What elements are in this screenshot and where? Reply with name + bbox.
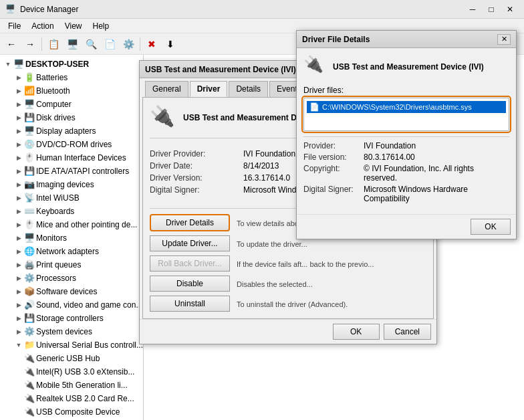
props-ok-button[interactable]: OK bbox=[333, 324, 380, 340]
computer-label: DESKTOP-USER bbox=[25, 60, 89, 69]
usb-toggle: ▼ bbox=[13, 340, 24, 350]
uninstall-button[interactable]: Uninstall bbox=[150, 296, 230, 312]
tree-intel-usb[interactable]: 🔌 Intel(R) USB 3.0 eXtensib... bbox=[0, 365, 143, 379]
tree-root[interactable]: ▼ 🖥️ DESKTOP-USER bbox=[0, 58, 143, 71]
hid-label: Human Interface Devices bbox=[36, 153, 126, 163]
tree-computer[interactable]: ▶ 🖥️ Computer bbox=[0, 98, 143, 111]
maximize-button[interactable]: □ bbox=[483, 3, 500, 16]
app-icon: 🖥️ bbox=[5, 4, 16, 15]
tree-usb-composite[interactable]: 🔌 USB Composite Device bbox=[0, 405, 143, 419]
rollback-desc: If the device fails aft... back to the p… bbox=[237, 260, 374, 268]
back-button[interactable]: ← bbox=[3, 35, 20, 53]
props-cancel-button[interactable]: Cancel bbox=[384, 324, 431, 340]
disable-button[interactable]: Disable bbox=[150, 276, 230, 292]
bluetooth-label: Bluetooth bbox=[36, 86, 70, 96]
usb-icon: 📁 bbox=[24, 340, 35, 350]
tab-details[interactable]: Details bbox=[229, 81, 268, 97]
menu-help[interactable]: Help bbox=[88, 20, 115, 32]
tree-dvd[interactable]: ▶ 💿 DVD/CD-ROM drives bbox=[0, 138, 143, 151]
fd-ok-button[interactable]: OK bbox=[471, 219, 511, 235]
download-button[interactable]: ⬇ bbox=[162, 35, 179, 53]
realtek-icon: 🔌 bbox=[24, 393, 35, 404]
fd-close-button[interactable]: ✕ bbox=[497, 34, 511, 45]
settings-button[interactable]: ⚙️ bbox=[120, 35, 137, 53]
forward-button[interactable]: → bbox=[21, 35, 39, 53]
tree-software[interactable]: ▶ 📦 Software devices bbox=[0, 285, 143, 298]
tree-mice[interactable]: ▶ 🖱️ Mice and other pointing de... bbox=[0, 218, 143, 231]
tab-driver[interactable]: Driver bbox=[190, 81, 228, 97]
tree-bluetooth[interactable]: ▶ 📶 Bluetooth bbox=[0, 84, 143, 98]
rollback-button[interactable]: Roll Back Driver... bbox=[150, 255, 230, 272]
fd-signer-value: Microsoft Windows Hardware Compatibility bbox=[364, 185, 509, 203]
print-toggle: ▶ bbox=[13, 259, 24, 270]
tree-hid[interactable]: ▶ 🖱️ Human Interface Devices bbox=[0, 151, 143, 165]
minimize-button[interactable]: ─ bbox=[464, 3, 481, 16]
tree-storage[interactable]: ▶ 💾 Storage controllers bbox=[0, 312, 143, 325]
tree-mobile[interactable]: 🔌 Mobile 5th Generation li... bbox=[0, 379, 143, 392]
tree-imaging[interactable]: ▶ 📷 Imaging devices bbox=[0, 178, 143, 191]
tree-disk[interactable]: ▶ 💾 Disk drives bbox=[0, 111, 143, 124]
window-controls: ─ □ ✕ bbox=[464, 3, 519, 16]
imaging-toggle: ▶ bbox=[13, 179, 24, 190]
close-button[interactable]: ✕ bbox=[501, 3, 519, 16]
tab-general[interactable]: General bbox=[145, 81, 188, 97]
properties-button[interactable]: 📋 bbox=[45, 35, 62, 53]
disk-icon: 💾 bbox=[24, 112, 35, 123]
fd-files-label: Driver files: bbox=[303, 86, 509, 95]
usb-composite-label: USB Composite Device bbox=[36, 407, 120, 417]
generic-hub-label: Generic USB Hub bbox=[36, 354, 100, 363]
processors-icon: ⚙️ bbox=[24, 273, 35, 284]
driver-button[interactable]: 📄 bbox=[101, 35, 118, 53]
fd-device-name: USB Test and Measurement Device (IVI) bbox=[333, 62, 484, 72]
device-icon: 🔌 bbox=[150, 104, 176, 131]
computer-button[interactable]: 🖥️ bbox=[63, 35, 81, 53]
usb-label: Universal Serial Bus controll... bbox=[36, 340, 143, 350]
fd-footer: OK bbox=[297, 214, 516, 239]
menu-action[interactable]: Action bbox=[26, 20, 59, 32]
mobile-label: Mobile 5th Generation li... bbox=[36, 381, 128, 390]
disk-label: Disk drives bbox=[36, 113, 76, 122]
menu-view[interactable]: View bbox=[59, 20, 88, 32]
tree-keyboards[interactable]: ▶ ⌨️ Keyboards bbox=[0, 205, 143, 218]
tree-realtek[interactable]: 🔌 Realtek USB 2.0 Card Re... bbox=[0, 392, 143, 405]
monitors-icon: 🖥️ bbox=[24, 233, 35, 243]
tree-ide[interactable]: ▶ 💾 IDE ATA/ATAPI controllers bbox=[0, 165, 143, 178]
fd-signer-label: Digital Signer: bbox=[303, 185, 364, 203]
device-tree: ▼ 🖥️ DESKTOP-USER ▶ 🔋 Batteries ▶ 📶 Blue… bbox=[0, 55, 144, 420]
ide-toggle: ▶ bbox=[13, 166, 24, 177]
fd-fileversion-label: File version: bbox=[303, 152, 364, 162]
tree-sound[interactable]: ▶ 🔊 Sound, video and game con... bbox=[0, 298, 143, 312]
driver-details-button[interactable]: Driver Details bbox=[150, 214, 230, 231]
tree-generic-hub[interactable]: 🔌 Generic USB Hub bbox=[0, 352, 143, 365]
props-footer: OK Cancel bbox=[140, 319, 436, 344]
system-label: System devices bbox=[36, 327, 92, 336]
title-bar: 🖥️ Device Manager ─ □ ✕ bbox=[0, 0, 524, 19]
hid-toggle: ▶ bbox=[13, 152, 24, 163]
tree-monitors[interactable]: ▶ 🖥️ Monitors bbox=[0, 231, 143, 245]
tree-system[interactable]: ▶ ⚙️ System devices bbox=[0, 325, 143, 338]
fd-files-box: 📄 C:\WINDOWS\System32\Drivers\ausbtmc.sy… bbox=[303, 98, 509, 131]
dvd-label: DVD/CD-ROM drives bbox=[36, 140, 112, 149]
processors-label: Processors bbox=[36, 274, 76, 283]
search-button[interactable]: 🔍 bbox=[82, 35, 100, 53]
tree-processors[interactable]: ▶ ⚙️ Processors bbox=[0, 272, 143, 285]
computer-icon: 🖥️ bbox=[13, 59, 24, 70]
tree-network[interactable]: ▶ 🌐 Network adapters bbox=[0, 245, 143, 258]
intel-usb-icon: 🔌 bbox=[24, 366, 35, 377]
network-label: Network adapters bbox=[36, 247, 99, 256]
hid-icon: 🖱️ bbox=[24, 152, 35, 163]
update-driver-button[interactable]: Update Driver... bbox=[150, 235, 230, 251]
remove-button[interactable]: ✖ bbox=[143, 35, 160, 53]
tree-display[interactable]: ▶ 🖥️ Display adapters bbox=[0, 124, 143, 138]
fd-provider-label: Provider: bbox=[303, 141, 364, 150]
fd-copyright-label: Copyright: bbox=[303, 164, 364, 183]
tree-intel[interactable]: ▶ 📡 Intel WiUSB bbox=[0, 191, 143, 205]
tree-print[interactable]: ▶ 🖨️ Print queues bbox=[0, 258, 143, 272]
storage-toggle: ▶ bbox=[13, 313, 24, 324]
menu-file[interactable]: File bbox=[3, 20, 26, 32]
fd-file-item[interactable]: 📄 C:\WINDOWS\System32\Drivers\ausbtmc.sy… bbox=[307, 101, 506, 113]
tree-usb[interactable]: ▼ 📁 Universal Serial Bus controll... bbox=[0, 338, 143, 352]
fd-content: 🔌 USB Test and Measurement Device (IVI) … bbox=[297, 48, 516, 214]
software-icon: 📦 bbox=[24, 286, 35, 297]
tree-batteries[interactable]: ▶ 🔋 Batteries bbox=[0, 71, 143, 84]
